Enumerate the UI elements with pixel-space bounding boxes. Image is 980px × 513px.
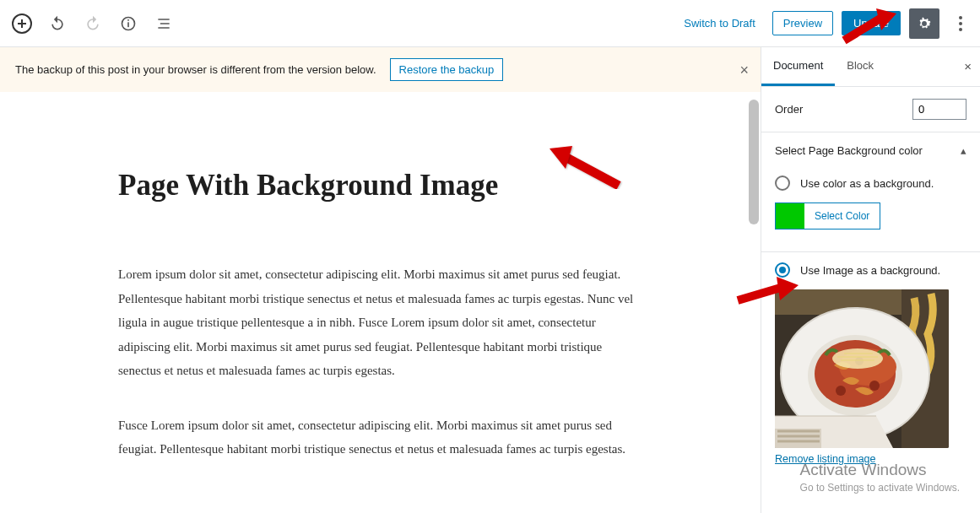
svg-point-17 — [832, 348, 883, 369]
scrollbar-thumb[interactable] — [749, 100, 759, 224]
radio-icon — [775, 262, 790, 278]
info-icon — [120, 15, 137, 32]
select-color-button[interactable]: Select Color — [775, 202, 880, 230]
outline-button[interactable] — [149, 8, 179, 39]
undo-icon — [49, 15, 66, 32]
toolbar-right: Switch to Draft Preview Update — [675, 8, 973, 39]
notice-close-button[interactable]: × — [739, 61, 749, 78]
settings-sidebar: Document Block × Order Select Page Backg… — [761, 47, 980, 513]
more-menu-button[interactable] — [948, 8, 973, 39]
dots-vertical-icon — [959, 16, 962, 31]
list-icon — [155, 15, 172, 32]
top-toolbar: Switch to Draft Preview Update — [0, 0, 980, 47]
svg-point-5 — [959, 28, 962, 31]
order-row: Order — [761, 87, 980, 132]
preview-button[interactable]: Preview — [772, 11, 833, 35]
pasta-image-icon — [775, 289, 949, 448]
radio-label: Use color as a background. — [800, 177, 934, 190]
option-image-block: Use Image as a background. — [761, 252, 980, 478]
settings-button[interactable] — [909, 8, 939, 39]
switch-to-draft-link[interactable]: Switch to Draft — [675, 12, 764, 35]
toolbar-left — [7, 8, 179, 39]
svg-point-4 — [959, 22, 962, 25]
sidebar-close-button[interactable]: × — [964, 59, 972, 73]
windows-activation-watermark: Activate Windows Go to Settings to activ… — [800, 459, 960, 494]
page-body[interactable]: Lorem ipsum dolor sit amet, consectetur … — [118, 262, 642, 462]
editor-content[interactable]: Page With Background Image Lorem ipsum d… — [0, 92, 761, 513]
undo-button[interactable] — [42, 8, 73, 39]
plus-icon — [12, 14, 32, 34]
color-swatch — [776, 203, 804, 229]
order-label: Order — [775, 103, 803, 116]
watermark-line1: Activate Windows — [800, 459, 960, 481]
svg-point-3 — [959, 16, 962, 19]
svg-rect-1 — [127, 22, 129, 27]
close-icon: × — [739, 61, 749, 78]
option-color-block: Use color as a background. Select Color — [761, 165, 980, 252]
info-button[interactable] — [113, 8, 143, 39]
svg-point-14 — [836, 386, 846, 396]
gear-icon — [916, 15, 933, 32]
panel-title: Select Page Background color — [775, 144, 923, 157]
main-area: The backup of this post in your browser … — [0, 47, 980, 513]
radio-label: Use Image as a background. — [800, 264, 940, 277]
page-title[interactable]: Page With Background Image — [118, 168, 642, 203]
close-icon: × — [964, 59, 972, 73]
backup-notice: The backup of this post in your browser … — [0, 47, 761, 92]
editor-column: The backup of this post in your browser … — [0, 47, 761, 513]
radio-use-color[interactable]: Use color as a background. — [775, 176, 966, 191]
paragraph-block[interactable]: Fusce Lorem ipsum dolor sit amet, consec… — [118, 413, 642, 462]
redo-icon — [84, 15, 101, 32]
chevron-up-icon: ▴ — [961, 144, 966, 157]
order-input[interactable] — [912, 99, 966, 120]
redo-button[interactable] — [78, 8, 108, 39]
radio-icon — [775, 176, 790, 191]
tab-document[interactable]: Document — [761, 47, 835, 86]
panel-bg-color-header[interactable]: Select Page Background color ▴ — [761, 132, 980, 165]
add-block-button[interactable] — [7, 8, 37, 39]
notice-text: The backup of this post in your browser … — [15, 63, 376, 76]
paragraph-block[interactable]: Lorem ipsum dolor sit amet, consectetur … — [118, 262, 642, 383]
sidebar-tabs: Document Block × — [761, 47, 980, 87]
tab-block[interactable]: Block — [835, 47, 885, 86]
watermark-line2: Go to Settings to activate Windows. — [800, 481, 960, 494]
restore-backup-button[interactable]: Restore the backup — [390, 58, 504, 81]
update-button[interactable]: Update — [842, 11, 901, 35]
svg-rect-2 — [127, 19, 129, 21]
background-image-preview[interactable] — [775, 289, 949, 448]
radio-use-image[interactable]: Use Image as a background. — [775, 262, 966, 278]
select-color-label: Select Color — [804, 203, 880, 229]
svg-point-15 — [869, 381, 880, 391]
